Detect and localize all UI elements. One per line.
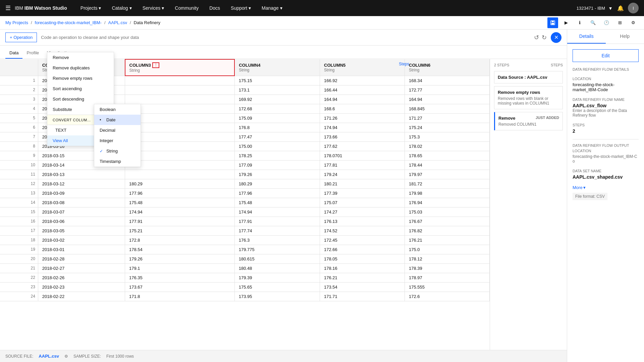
row-number: 12: [0, 179, 38, 188]
table-cell: 176.67: [405, 217, 490, 226]
col-header-column3[interactable]: COLUMN3 ⋮ String: [125, 59, 235, 76]
row-number: 10: [0, 160, 38, 170]
col-header-column6[interactable]: COLUMN6 String: [405, 59, 490, 76]
breadcrumb-project[interactable]: forecasting-the-stock-market_IBM-: [35, 20, 102, 25]
hamburger-icon[interactable]: ☰: [5, 4, 11, 12]
table-cell: 174.94: [320, 123, 405, 132]
table-cell: 177.81: [320, 160, 405, 170]
table-row: 222018-02-26176.35179.39176.21178.97: [0, 273, 490, 282]
table-cell: 178.54: [125, 245, 235, 254]
edit-button[interactable]: Edit: [573, 49, 639, 62]
row-number: 2: [0, 85, 38, 95]
toolbar-hint: Code an operation to cleanse and shape y…: [41, 35, 530, 40]
table-cell: 172.45: [320, 235, 405, 245]
nav-catalog[interactable]: Catalog ▾: [106, 0, 137, 16]
table-cell: 173.95: [234, 292, 320, 301]
table-row: 122018-03-12180.29180.29180.21181.72: [0, 179, 490, 188]
nav-projects[interactable]: Projects ▾: [75, 0, 107, 16]
table-cell: 173.54: [320, 282, 405, 292]
filter-icon[interactable]: ⚙: [64, 354, 68, 359]
operation-button[interactable]: + Operation: [5, 33, 37, 42]
table-cell: 2018-03-07: [38, 207, 125, 217]
redo-icon[interactable]: ↻: [542, 34, 547, 41]
search2-icon[interactable]: 🔍: [588, 17, 598, 28]
steps-header: 2 STEPS Steps: [494, 63, 563, 67]
breadcrumb-my-projects[interactable]: My Projects: [5, 20, 28, 25]
table-cell: 174.94: [234, 207, 320, 217]
tab-details[interactable]: Details: [567, 29, 606, 44]
ctx-remove-duplicates[interactable]: Remove duplicates: [47, 63, 114, 73]
table-row: 142018-03-08175.48175.48175.07176.94: [0, 198, 490, 207]
table-cell: 174.52: [320, 226, 405, 235]
table-cell: 171.26: [320, 113, 405, 123]
tab-help[interactable]: Help: [606, 29, 644, 44]
ctx-sort-descending[interactable]: Sort descending: [47, 94, 114, 104]
refresh-icon[interactable]: ↺: [534, 34, 539, 41]
submenu-boolean[interactable]: Boolean: [94, 104, 141, 115]
table-cell: 2018-03-01: [38, 245, 125, 254]
table-cell: 178.39: [405, 263, 490, 273]
table-cell: [125, 76, 235, 85]
row-number: 11: [0, 170, 38, 179]
table-cell: 177.74: [234, 226, 320, 235]
svg-rect-1: [552, 21, 554, 22]
row-number: 19: [0, 245, 38, 254]
output-dataset: DATA SET NAME AAPL.csv_shaped.csv: [573, 169, 639, 180]
nav-docs[interactable]: Docs: [204, 0, 225, 16]
tab-data[interactable]: Data: [5, 48, 22, 59]
nav-services[interactable]: Services ▾: [137, 0, 170, 16]
file-format-badge: File format: CSV: [573, 193, 607, 200]
ctx-remove-empty-rows[interactable]: Remove empty rows: [47, 73, 114, 83]
row-num-header: [0, 59, 38, 76]
row-number: 7: [0, 132, 38, 141]
status-bar: SOURCE FILE: AAPL.csv ⚙ SAMPLE SIZE: Fir…: [0, 350, 567, 362]
submenu-string[interactable]: ✓ String: [94, 146, 141, 156]
tab-profile[interactable]: Profile: [22, 48, 43, 59]
row-number: 20: [0, 254, 38, 263]
submenu: Boolean • Date Decimal Integer ✓ String …: [94, 104, 141, 167]
more-link[interactable]: More ▾: [573, 185, 639, 190]
source-file[interactable]: AAPL.csv: [39, 354, 59, 359]
close-button[interactable]: ✕: [551, 32, 561, 43]
row-number: 21: [0, 263, 38, 273]
nav-manage[interactable]: Manage ▾: [256, 0, 288, 16]
step-data-source[interactable]: Data Source : AAPL.csv: [494, 71, 563, 83]
table-cell: 168.34: [405, 76, 490, 85]
table-cell: 2018-03-13: [38, 170, 125, 179]
avatar[interactable]: I: [628, 3, 639, 13]
ctx-remove[interactable]: Remove: [47, 52, 114, 63]
nav-support[interactable]: Support ▾: [225, 0, 256, 16]
nav-community[interactable]: Community: [169, 0, 204, 16]
submenu-timestamp[interactable]: Timestamp: [94, 156, 141, 167]
settings-icon[interactable]: ⚙: [628, 17, 639, 28]
row-number: 22: [0, 273, 38, 282]
step-remove[interactable]: Remove JUST ADDED Removed COLUMN1: [494, 112, 563, 130]
table-cell: [125, 95, 235, 104]
notification-icon[interactable]: 🔔: [616, 4, 625, 13]
table-cell: 178.12: [405, 254, 490, 263]
dropdown-icon[interactable]: ▾: [608, 4, 613, 13]
save-icon[interactable]: [547, 17, 558, 28]
table-cell: 178.16: [320, 263, 405, 273]
schedule-icon[interactable]: 🕐: [601, 17, 612, 28]
breadcrumb-file[interactable]: AAPL.csv: [108, 20, 127, 25]
table-cell: [125, 104, 235, 113]
breadcrumb-current: Data Refinery: [134, 20, 160, 25]
table-cell: 179.26: [125, 254, 235, 263]
submenu-date[interactable]: • Date: [94, 115, 141, 125]
ctx-sort-ascending[interactable]: Sort ascending: [47, 83, 114, 94]
table-row: 172018-03-05175.21177.74174.52176.82: [0, 226, 490, 235]
col-header-column4[interactable]: COLUMN4 String: [234, 59, 320, 76]
info-icon[interactable]: ℹ: [574, 17, 585, 28]
run-icon[interactable]: ▶: [561, 17, 572, 28]
row-number: 6: [0, 123, 38, 132]
table-cell: 179.98: [405, 188, 490, 198]
steps-toggle[interactable]: Steps: [399, 62, 409, 66]
table-cell: 168.6: [320, 104, 405, 113]
table-cell: 2018-02-28: [38, 254, 125, 263]
grid-icon[interactable]: ⊞: [614, 17, 625, 28]
step-remove-empty[interactable]: Remove empty rows Removed rows with blan…: [494, 86, 563, 109]
col-header-column5[interactable]: COLUMN5 String: [320, 59, 405, 76]
submenu-integer[interactable]: Integer: [94, 135, 141, 146]
submenu-decimal[interactable]: Decimal: [94, 125, 141, 135]
